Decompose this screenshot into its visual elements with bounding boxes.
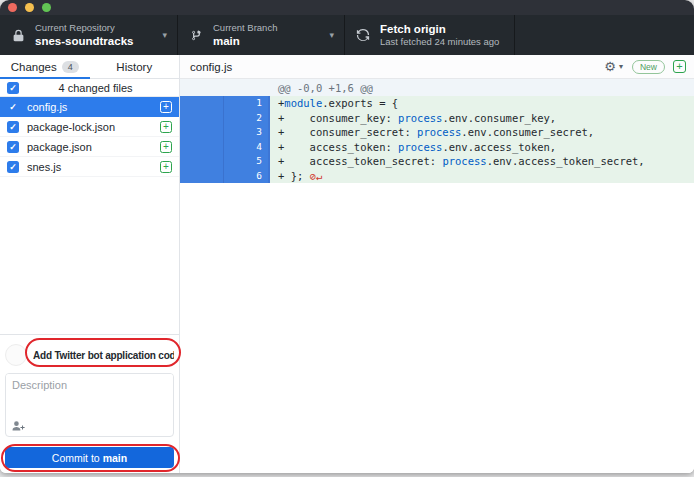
select-all-checkbox[interactable]: ✓ [7,82,19,94]
file-added-icon: + [160,141,172,153]
file-list: ✓config.js+✓package-lock.json+✓package.j… [0,97,179,177]
current-branch-dropdown[interactable]: Current Branch main ▾ [178,15,345,55]
file-row[interactable]: ✓config.js+ [0,97,179,117]
commit-button-branch: main [103,452,128,464]
commit-description-input[interactable] [6,374,173,420]
line-number: 6 [224,169,268,184]
line-number: 1 [224,96,268,111]
commit-form: Commit to main [0,334,179,473]
commit-summary-row [5,340,174,370]
sidebar: Changes 4 History ✓ 4 changed files ✓con… [0,55,180,473]
toolbar-empty-area [515,15,694,55]
line-number: 5 [224,154,268,169]
repository-name: snes-soundtracks [35,34,133,48]
minimize-button[interactable] [25,3,34,12]
diff-line-content: +module.exports = { [270,96,694,111]
commit-button[interactable]: Commit to main [5,447,174,468]
add-coauthor-button[interactable] [11,420,25,432]
diff-line-content: + consumer_secret: process.env.consumer_… [270,125,694,140]
branch-name: main [213,34,277,48]
file-added-icon: + [160,101,172,113]
file-added-icon: + [160,161,172,173]
changed-files-header: ✓ 4 changed files [0,79,179,97]
file-name: package.json [27,141,152,153]
gear-icon: ⚙ [604,60,616,73]
file-row[interactable]: ✓snes.js+ [0,157,179,177]
github-desktop-window: Current Repository snes-soundtracks ▾ Cu… [0,0,694,473]
main-content: Changes 4 History ✓ 4 changed files ✓con… [0,55,694,473]
line-number: 3 [224,125,268,140]
file-row[interactable]: ✓package-lock.json+ [0,117,179,137]
sync-icon [355,28,371,42]
commit-button-prefix: Commit to [52,452,100,464]
avatar [5,344,27,366]
file-name: config.js [27,101,152,113]
line-number: 2 [224,111,268,126]
tab-history[interactable]: History [90,55,180,78]
toolbar: Current Repository snes-soundtracks ▾ Cu… [0,15,694,55]
commit-summary-input[interactable] [33,350,174,361]
file-checkbox[interactable]: ✓ [7,101,19,113]
diff-code-lines: 1+module.exports = {2+ consumer_key: pro… [180,96,694,183]
fetch-label: Fetch origin [380,22,499,36]
added-file-icon: + [673,60,686,73]
titlebar[interactable] [0,0,694,15]
zoom-button[interactable] [42,3,51,12]
file-name: snes.js [27,161,152,173]
git-branch-icon [188,29,204,42]
file-row[interactable]: ✓package.json+ [0,137,179,157]
diff-line[interactable]: 6+ }; ⊘↵ [180,169,694,184]
hunk-header-text: @@ -0,0 +1,6 @@ [278,82,373,94]
fetch-sublabel: Last fetched 24 minutes ago [380,36,499,48]
diff-line[interactable]: 2+ consumer_key: process.env.consumer_ke… [180,111,694,126]
file-checkbox[interactable]: ✓ [7,121,19,133]
diff-line-gutter[interactable]: 3 [180,125,270,140]
diff-line-content: + access_token_secret: process.env.acces… [270,154,694,169]
diff-line-content: + }; ⊘↵ [270,169,694,184]
diff-line[interactable]: 5+ access_token_secret: process.env.acce… [180,154,694,169]
diff-header: config.js ⚙ ▾ New + [180,55,694,79]
changed-files-count: 4 changed files [19,82,172,94]
chevron-down-icon: ▾ [162,30,167,40]
changes-count-badge: 4 [62,61,79,73]
sidebar-spacer [0,177,179,334]
tab-changes[interactable]: Changes 4 [0,55,90,78]
file-checkbox[interactable]: ✓ [7,161,19,173]
repository-label: Current Repository [35,22,133,34]
chevron-down-icon: ▾ [619,62,623,71]
diff-line-gutter[interactable]: 1 [180,96,270,111]
diff-file-title: config.js [190,61,604,73]
diff-line-gutter[interactable]: 4 [180,140,270,155]
diff-hunk-header[interactable]: @@ -0,0 +1,6 @@ [180,79,694,96]
commit-description-box [5,373,174,437]
branch-label: Current Branch [213,22,277,34]
fetch-origin-button[interactable]: Fetch origin Last fetched 24 minutes ago [345,15,515,55]
diff-line-content: + consumer_key: process.env.consumer_key… [270,111,694,126]
new-file-badge: New [632,60,665,74]
diff-line[interactable]: 1+module.exports = { [180,96,694,111]
diff-line[interactable]: 3+ consumer_secret: process.env.consumer… [180,125,694,140]
diff-line-gutter[interactable]: 5 [180,154,270,169]
diff-line[interactable]: 4+ access_token: process.env.access_toke… [180,140,694,155]
lock-icon [10,29,26,42]
diff-options-button[interactable]: ⚙ ▾ [604,60,623,73]
sidebar-tabs: Changes 4 History [0,55,179,79]
diff-empty-area [180,183,694,473]
diff-line-gutter[interactable]: 2 [180,111,270,126]
file-name: package-lock.json [27,121,152,133]
tab-changes-label: Changes [11,61,57,73]
chevron-down-icon: ▾ [329,30,334,40]
current-repository-dropdown[interactable]: Current Repository snes-soundtracks ▾ [0,15,178,55]
diff-line-gutter[interactable]: 6 [180,169,270,184]
diff-pane: config.js ⚙ ▾ New + @@ -0,0 +1,6 @@ 1+mo… [180,55,694,473]
close-button[interactable] [8,3,17,12]
file-added-icon: + [160,121,172,133]
tab-history-label: History [116,61,152,73]
diff-line-content: + access_token: process.env.access_token… [270,140,694,155]
file-checkbox[interactable]: ✓ [7,141,19,153]
line-number: 4 [224,140,268,155]
